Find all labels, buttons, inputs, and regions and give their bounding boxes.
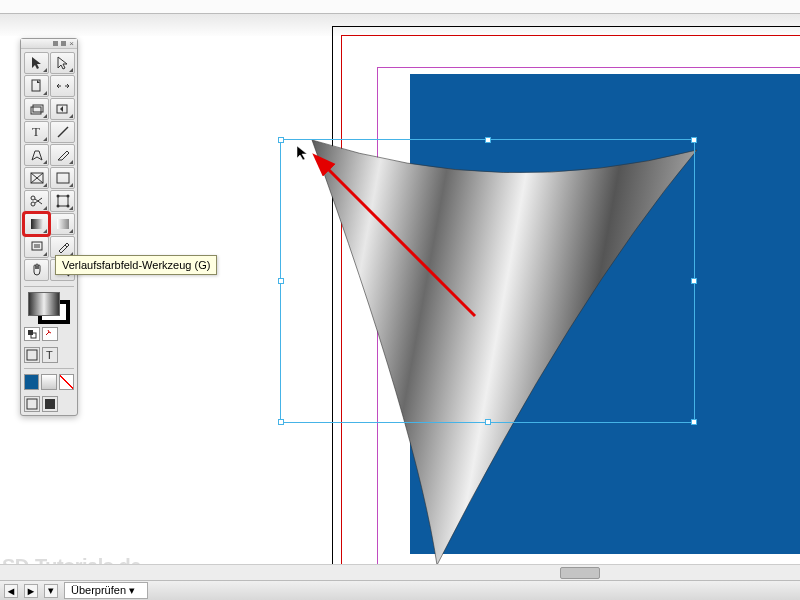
tool-tooltip: Verlaufsfarbfeld-Werkzeug (G) (55, 255, 217, 275)
svg-rect-22 (32, 242, 42, 250)
svg-text:T: T (32, 124, 40, 139)
ruler-horizontal (0, 0, 800, 14)
horizontal-scrollbar[interactable] (0, 564, 800, 580)
svg-rect-10 (57, 173, 69, 183)
fill-stroke-swatch[interactable] (28, 292, 70, 324)
resize-handle-w[interactable] (278, 278, 284, 284)
direct-selection-tool[interactable] (50, 52, 75, 74)
svg-point-16 (56, 195, 59, 198)
status-bar: ◄ ► ▾ Überprüfen ▾ (0, 580, 800, 600)
svg-line-13 (35, 199, 42, 204)
apply-color-icon[interactable] (24, 374, 39, 390)
gap-tool[interactable] (50, 75, 75, 97)
svg-line-6 (58, 127, 68, 137)
apply-none-icon[interactable] (59, 374, 74, 390)
svg-point-18 (56, 205, 59, 208)
pencil-tool[interactable] (50, 144, 75, 166)
selection-tool[interactable] (24, 52, 49, 74)
normal-view-icon[interactable] (24, 396, 40, 412)
rectangle-frame-tool[interactable] (24, 167, 49, 189)
svg-text:T: T (46, 349, 53, 361)
selection-bounding-box[interactable] (280, 139, 695, 423)
svg-line-14 (35, 198, 42, 203)
fill-color[interactable] (28, 292, 60, 316)
tools-panel: × T T (20, 38, 78, 416)
gradient-feather-tool[interactable] (50, 213, 75, 235)
page-tool[interactable] (24, 75, 49, 97)
resize-handle-se[interactable] (691, 419, 697, 425)
resize-handle-n[interactable] (485, 137, 491, 143)
scissors-tool[interactable] (24, 190, 49, 212)
svg-rect-20 (31, 219, 43, 229)
status-label: Überprüfen (71, 584, 126, 596)
rectangle-tool[interactable] (50, 167, 75, 189)
svg-rect-21 (57, 219, 69, 229)
svg-rect-1 (32, 80, 40, 91)
close-icon[interactable]: × (69, 39, 74, 48)
prev-page-icon[interactable]: ◄ (4, 584, 18, 598)
resize-handle-sw[interactable] (278, 419, 284, 425)
resize-handle-nw[interactable] (278, 137, 284, 143)
resize-handle-s[interactable] (485, 419, 491, 425)
svg-rect-29 (27, 350, 37, 360)
content-placer-tool[interactable] (50, 98, 75, 120)
apply-to-text-icon[interactable]: T (42, 347, 58, 363)
popup-icon[interactable]: ▾ (44, 584, 58, 598)
resize-handle-ne[interactable] (691, 137, 697, 143)
preview-view-icon[interactable] (42, 396, 58, 412)
apply-gradient-icon[interactable] (41, 374, 56, 390)
svg-rect-31 (27, 399, 37, 409)
apply-to-container-icon[interactable] (24, 347, 40, 363)
collapse-icon[interactable] (53, 41, 58, 46)
line-tool[interactable] (50, 121, 75, 143)
next-page-icon[interactable]: ► (24, 584, 38, 598)
resize-handle-e[interactable] (691, 278, 697, 284)
scroll-thumb[interactable] (560, 567, 600, 579)
pen-tool[interactable] (24, 144, 49, 166)
default-fill-stroke-icon[interactable] (42, 327, 58, 341)
svg-rect-15 (58, 196, 68, 206)
svg-point-11 (31, 196, 35, 200)
collapse-icon[interactable] (61, 41, 66, 46)
svg-point-12 (31, 202, 35, 206)
svg-point-17 (66, 195, 69, 198)
type-tool[interactable]: T (24, 121, 49, 143)
preflight-status[interactable]: Überprüfen ▾ (64, 582, 148, 599)
hand-tool[interactable] (24, 259, 49, 281)
free-transform-tool[interactable] (50, 190, 75, 212)
swap-fill-stroke-icon[interactable] (24, 327, 40, 341)
svg-rect-32 (45, 399, 55, 409)
content-collector-tool[interactable] (24, 98, 49, 120)
panel-header[interactable]: × (21, 39, 77, 49)
gradient-swatch-tool[interactable] (24, 213, 49, 235)
note-tool[interactable] (24, 236, 49, 258)
